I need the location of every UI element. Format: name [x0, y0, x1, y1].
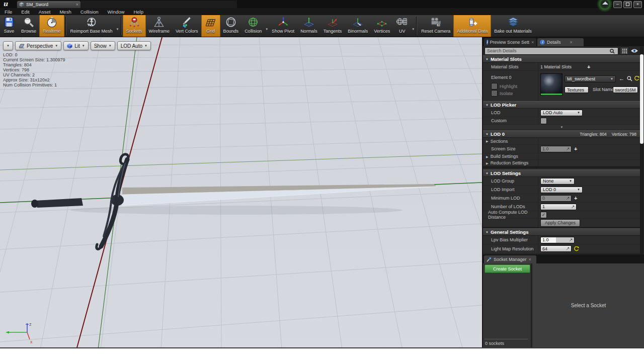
menu-collision[interactable]: Collision: [76, 9, 103, 15]
tab-preview-scene-settings[interactable]: i Preview Scene Sett ×: [484, 38, 536, 46]
material-select-dropdown[interactable]: MI_swordbest▼: [565, 75, 616, 82]
collision-dropdown-arrow[interactable]: ▼: [265, 22, 268, 31]
sockets-toggle[interactable]: Sockets: [123, 15, 146, 37]
bounds-toggle[interactable]: Bounds: [220, 15, 242, 37]
collapse-arrow-icon: ▼: [486, 231, 489, 234]
grid-view-button[interactable]: [620, 47, 629, 55]
title-bar: u SM_Sword × – ×: [0, 0, 644, 8]
close-button[interactable]: ×: [633, 1, 642, 8]
custom-checkbox[interactable]: [540, 118, 547, 124]
category-material-slots[interactable]: ▼ Material Slots: [483, 55, 640, 63]
show-button[interactable]: Show▼: [91, 41, 115, 50]
material-element-block: Element 0 Highlight Isolate MI_swordbest…: [483, 71, 640, 102]
3d-viewport[interactable]: ▼ Perspective▼ Lit▼ Show▼ LOD Auto▼ LOD:…: [0, 37, 483, 347]
number-of-lods-spinbox[interactable]: 1: [540, 204, 577, 210]
menu-file[interactable]: File: [0, 9, 17, 15]
menu-edit[interactable]: Edit: [17, 9, 34, 15]
apply-changes-button[interactable]: Apply Changes: [540, 219, 580, 227]
static-mesh-editor-window: u SM_Sword × – × File Edit Asset Mesh Co…: [0, 0, 644, 362]
minimum-lod-spinbox[interactable]: 0: [540, 195, 572, 202]
socket-list[interactable]: Create Socket 0 sockets: [483, 263, 532, 347]
textures-filter-dropdown[interactable]: Textures▼: [565, 86, 589, 93]
wireframe-toggle[interactable]: Wireframe: [146, 15, 173, 37]
grid-toggle[interactable]: Grid: [201, 15, 220, 37]
advanced-expander[interactable]: ▼: [483, 125, 640, 130]
tab-socket-manager[interactable]: Socket Manager ×: [484, 255, 536, 263]
minimize-button[interactable]: –: [613, 1, 622, 8]
main-toolbar: Save Browse Realtime Reimport Base Mesh …: [0, 15, 644, 37]
add-screen-size-button[interactable]: +: [574, 146, 577, 151]
tab-close-icon[interactable]: ×: [570, 40, 573, 45]
add-minimum-lod-button[interactable]: +: [574, 196, 577, 201]
vertices-toggle[interactable]: Vertices: [371, 15, 393, 37]
reimport-base-mesh-button[interactable]: Reimport Base Mesh: [67, 15, 116, 37]
lpv-bias-spinbox[interactable]: 1.0: [540, 237, 575, 243]
realtime-toggle[interactable]: Realtime: [39, 15, 64, 37]
wireframe-icon: [153, 16, 165, 28]
auto-compute-lod-checkbox[interactable]: ✓: [540, 212, 547, 218]
show-pivot-toggle[interactable]: Show Pivot: [269, 15, 297, 37]
lod-group-dropdown[interactable]: None▼: [540, 178, 575, 185]
reset-to-default-icon[interactable]: [574, 246, 579, 251]
viewport-options-button[interactable]: ▼: [3, 41, 13, 50]
reduction-settings-row[interactable]: ▶Reduction Settings: [483, 160, 640, 166]
tab-close-icon[interactable]: ×: [529, 257, 531, 262]
tab-close-icon[interactable]: ×: [531, 40, 534, 45]
reset-to-default-icon[interactable]: [634, 76, 639, 81]
stat-triangles: Triangles: 804: [3, 62, 65, 67]
vert-colors-icon: [181, 16, 193, 28]
axis-gizmo: z x: [4, 320, 35, 344]
restore-button[interactable]: [623, 1, 632, 8]
reset-camera-button[interactable]: Reset Camera: [418, 15, 453, 37]
uv-toggle[interactable]: UV: [393, 15, 411, 37]
uv-dropdown-arrow[interactable]: ▼: [412, 22, 415, 31]
lod-picker-dropdown[interactable]: LOD Auto▼: [540, 110, 583, 116]
reimport-dropdown-arrow[interactable]: ▼: [116, 22, 119, 31]
save-button[interactable]: Save: [0, 15, 18, 37]
category-lod-settings[interactable]: ▼ LOD Settings: [483, 169, 640, 177]
category-lod0[interactable]: ▼ LOD 0 Triangles: 804 Vertices: 798: [483, 130, 640, 138]
viewport-scene: [0, 37, 482, 347]
vert-colors-toggle[interactable]: Vert Colors: [173, 15, 201, 37]
lod-import-dropdown[interactable]: LOD 0▼: [540, 187, 583, 193]
tab-strip: [81, 1, 237, 9]
menu-mesh[interactable]: Mesh: [55, 9, 75, 15]
tangents-toggle[interactable]: Tangents: [320, 15, 345, 37]
isolate-checkbox[interactable]: [491, 90, 498, 97]
search-details-input[interactable]: [485, 47, 618, 55]
save-icon: [3, 16, 15, 28]
lod-auto-button[interactable]: LOD Auto▼: [117, 41, 151, 50]
tab-details[interactable]: i Details ×: [537, 38, 584, 46]
bake-out-materials-button[interactable]: Bake out Materials: [491, 15, 535, 37]
details-scrollbar-thumb[interactable]: [640, 54, 643, 144]
menu-help[interactable]: Help: [129, 9, 148, 15]
additional-data-toggle[interactable]: Additional Data: [453, 15, 491, 37]
use-selected-arrow-icon[interactable]: ←: [619, 75, 624, 82]
slot-name-field[interactable]: sword16M: [613, 86, 638, 93]
perspective-button[interactable]: Perspective▼: [15, 41, 61, 50]
tab-close-icon[interactable]: ×: [76, 3, 78, 7]
build-settings-row[interactable]: ▶Build Settings: [483, 153, 640, 160]
highlight-checkbox[interactable]: [491, 83, 498, 89]
screen-size-spinbox[interactable]: 1.0: [540, 146, 572, 152]
normals-toggle[interactable]: Normals: [297, 15, 320, 37]
gizmo-z-label: z: [29, 322, 32, 327]
create-socket-button[interactable]: Create Socket: [485, 264, 530, 273]
browse-button[interactable]: Browse: [18, 15, 39, 37]
add-material-slot-button[interactable]: +: [587, 64, 590, 69]
info-icon: i: [540, 40, 545, 45]
collision-toggle[interactable]: Collision: [242, 15, 265, 37]
material-thumbnail[interactable]: [540, 73, 562, 96]
asset-tab-sm-sword[interactable]: SM_Sword ×: [17, 1, 81, 8]
menu-window[interactable]: Window: [103, 9, 129, 15]
menu-asset[interactable]: Asset: [34, 9, 55, 15]
category-lod-picker[interactable]: ▼ LOD Picker: [483, 101, 640, 109]
category-general-settings[interactable]: ▼ General Settings: [483, 228, 640, 236]
sections-row[interactable]: ▶Sections: [483, 138, 640, 145]
binormals-toggle[interactable]: Binormals: [345, 15, 371, 37]
lit-button[interactable]: Lit▼: [63, 41, 89, 50]
socket-manager-tab-bar: Socket Manager ×: [483, 254, 644, 263]
asset-tab-title: SM_Sword: [26, 2, 76, 7]
browse-to-asset-icon[interactable]: [627, 76, 632, 81]
lightmap-resolution-spinbox[interactable]: 64: [540, 245, 572, 252]
